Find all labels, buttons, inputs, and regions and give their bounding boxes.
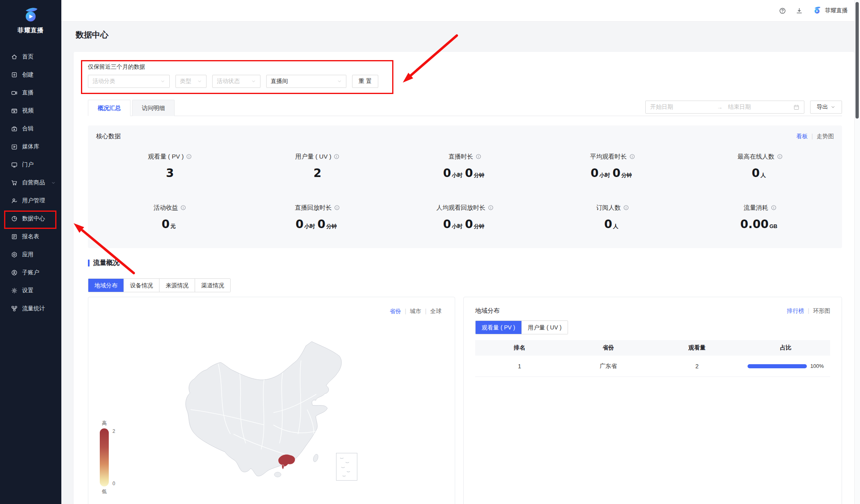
sidebar-item-label: 自营商品 (22, 179, 45, 186)
download-icon[interactable] (796, 7, 803, 14)
metric: 观看量 ( PV )3 (96, 152, 244, 182)
china-map[interactable] (172, 332, 368, 500)
metric-label: 用户量 ( UV ) (295, 152, 339, 161)
region-metric-toggle: 观看量 ( PV )用户量 ( UV ) (475, 320, 568, 334)
region-metric-pv[interactable]: 观看量 ( PV ) (476, 321, 521, 334)
info-icon[interactable] (623, 205, 629, 211)
core-view-trend[interactable]: 走势图 (817, 133, 834, 139)
traffic-tab-source[interactable]: 来源情况 (159, 279, 195, 292)
sidebar-item-home[interactable]: 首页 (0, 48, 61, 66)
sidebar-item-apps[interactable]: 应用 (0, 246, 61, 264)
core-view-board[interactable]: 看板 (796, 133, 808, 139)
metric: 流量消耗0.00GB (686, 204, 834, 233)
chevron-down-icon (251, 79, 256, 84)
info-icon[interactable] (334, 154, 339, 159)
info-icon[interactable] (771, 205, 777, 211)
metric-number: 2 (313, 166, 321, 180)
brand-logo-icon (813, 6, 822, 16)
region-hainan[interactable] (274, 472, 281, 477)
divider: | (405, 308, 406, 314)
sidebar-item-label: 用户管理 (22, 197, 45, 204)
tab-bar: 概况汇总访问明细 开始日期 → 结束日期 导出 (88, 100, 842, 116)
sidebar-item-sub-account[interactable]: 子账户 (0, 264, 61, 282)
info-icon[interactable] (488, 205, 494, 211)
cart-icon (11, 179, 18, 186)
metric: 人均观看回放时长0小时0分钟 (391, 204, 539, 233)
sidebar-item-own-products[interactable]: 自营商品 (0, 174, 61, 192)
sidebar-item-label: 首页 (22, 53, 34, 60)
home-icon (11, 54, 18, 60)
table-row: 1广东省2100% (475, 356, 830, 377)
map-scope-province[interactable]: 省份 (390, 308, 401, 314)
table-header-cell: 占比 (741, 344, 830, 352)
sidebar-item-media-library[interactable]: 媒体库 (0, 138, 61, 156)
info-icon[interactable] (334, 205, 340, 211)
metric-unit: 分钟 (474, 172, 484, 178)
sidebar-item-live[interactable]: 直播 (0, 84, 61, 102)
traffic-tab-region[interactable]: 地域分布 (88, 279, 123, 292)
metric-value: 0小时0分钟 (244, 217, 391, 233)
export-button[interactable]: 导出 (810, 101, 842, 114)
region-metric-toggle-wrap: 观看量 ( PV )用户量 ( UV ) (475, 320, 830, 334)
metric: 订阅人数0人 (539, 204, 686, 233)
metric-value: 0.00GB (686, 217, 834, 233)
metric-number: 0 (162, 217, 169, 231)
legend-gradient-bar (100, 428, 109, 486)
metric-number: 0 (604, 217, 612, 231)
filter-select-activity-category[interactable]: 活动分类 (88, 75, 170, 88)
calendar-icon[interactable] (793, 104, 799, 110)
region-view-donut[interactable]: 环形图 (813, 307, 830, 314)
filter-select-activity-status[interactable]: 活动状态 (212, 75, 260, 88)
chevron-down-icon (831, 105, 835, 110)
region-view-ranking[interactable]: 排行榜 (787, 307, 804, 314)
map-scope-city[interactable]: 城市 (410, 308, 421, 314)
sidebar-item-label: 数据中心 (22, 215, 45, 222)
metric-label: 观看量 ( PV ) (148, 152, 192, 161)
sidebar-item-traffic-stats[interactable]: 流量统计 (0, 300, 61, 318)
region-table-header: 排名省份观看量占比 (475, 340, 830, 356)
reset-label: 重 置 (359, 78, 372, 85)
legend-min: 0 (112, 481, 115, 486)
metric-label: 人均观看回放时长 (436, 204, 494, 212)
traffic-tab-channel[interactable]: 渠道情况 (195, 279, 230, 292)
export-label: 导出 (817, 103, 828, 111)
metric-number: 3 (166, 166, 174, 180)
sidebar-item-settings[interactable]: 设置 (0, 282, 61, 300)
info-icon[interactable] (629, 154, 635, 159)
map-scope-toggle: 省份|城市|全球 (390, 308, 442, 315)
sidebar-item-album[interactable]: 合辑 (0, 120, 61, 138)
sidebar-item-data-center[interactable]: 数据中心 (0, 210, 61, 228)
metric-label: 直播时长 (449, 152, 481, 161)
sidebar-item-registration-form[interactable]: 报名表 (0, 228, 61, 246)
tab-overview[interactable]: 概况汇总 (88, 100, 130, 116)
chevron-down-icon (51, 181, 56, 185)
traffic-section-head: 流量概况 (88, 259, 842, 267)
percent-bar (748, 364, 807, 368)
tab-visits[interactable]: 访问明细 (132, 100, 175, 116)
info-icon[interactable] (180, 205, 186, 211)
metric-number: 0 (317, 217, 325, 231)
info-icon[interactable] (777, 154, 783, 159)
topbar-brand[interactable]: 菲耀直播 (813, 6, 848, 16)
metric-label: 最高在线人数 (738, 152, 783, 161)
filter-select-type[interactable]: 类型 (175, 75, 207, 88)
metric-value: 2 (244, 166, 391, 182)
info-icon[interactable] (476, 154, 481, 159)
reset-button[interactable]: 重 置 (352, 75, 378, 88)
traffic-tab-device[interactable]: 设备情况 (123, 279, 159, 292)
date-range-picker[interactable]: 开始日期 → 结束日期 (645, 101, 804, 114)
region-taiwan[interactable] (312, 454, 319, 463)
metric-unit: 人 (613, 223, 618, 229)
metric-unit: 元 (171, 223, 176, 229)
map-scope-global[interactable]: 全球 (430, 308, 442, 314)
sidebar-item-create[interactable]: 创建 (0, 66, 61, 84)
filter-note: 仅保留近三个月的数据 (88, 63, 842, 70)
scrollbar-thumb[interactable] (856, 2, 859, 119)
region-metric-uv[interactable]: 用户量 ( UV ) (521, 321, 568, 334)
sidebar-item-portal[interactable]: 门户 (0, 156, 61, 174)
info-icon[interactable] (186, 154, 192, 159)
filter-select-room[interactable]: 直播间 (266, 75, 346, 88)
help-icon[interactable] (779, 7, 786, 14)
sidebar-item-video[interactable]: 视频 (0, 102, 61, 120)
sidebar-item-user-management[interactable]: 用户管理 (0, 192, 61, 210)
